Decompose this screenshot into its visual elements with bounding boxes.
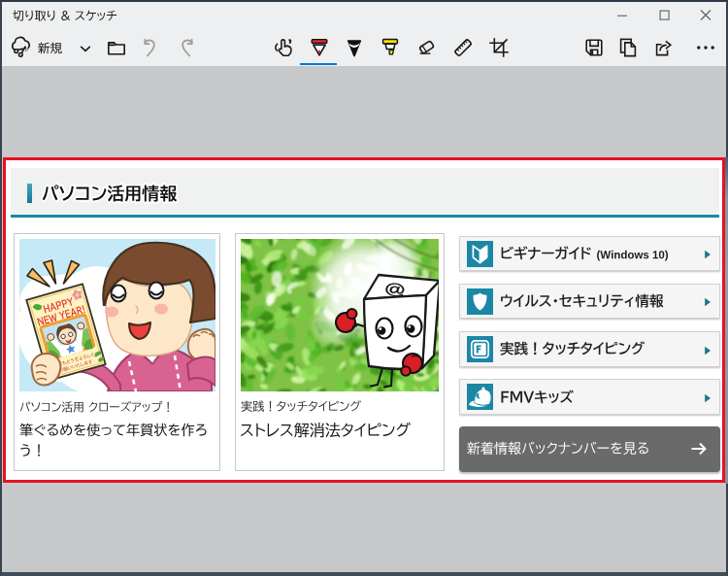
card-category <box>241 398 363 415</box>
link-label <box>500 339 646 358</box>
ballpoint-pen-icon[interactable] <box>307 35 332 60</box>
new-year-card-illustration <box>19 239 215 391</box>
maximize-button[interactable] <box>650 0 679 29</box>
ruler-icon[interactable] <box>450 35 476 60</box>
selected-tool-underline <box>300 63 337 66</box>
archive-arrow-icon <box>691 442 707 456</box>
highlighter-icon[interactable] <box>378 35 403 60</box>
keyboard-f-key-icon <box>467 336 493 362</box>
link-arrow-icon <box>704 250 711 259</box>
link-arrow-icon <box>704 297 711 307</box>
link-label <box>500 291 665 311</box>
kids-cap-icon <box>467 384 493 410</box>
window-title <box>13 8 118 24</box>
maximize-icon <box>650 0 679 31</box>
pencil-icon[interactable] <box>342 35 367 60</box>
link-label <box>500 388 575 407</box>
save-icon[interactable] <box>581 35 607 60</box>
new-snip-icon <box>10 35 35 60</box>
card-category <box>19 399 176 416</box>
share-icon[interactable] <box>651 35 677 60</box>
redo-icon[interactable] <box>173 35 198 60</box>
more-options-icon[interactable] <box>693 35 718 60</box>
card-title-line <box>240 420 413 441</box>
security-shield-icon <box>467 288 493 315</box>
beginner-book-icon <box>467 241 493 267</box>
page-header-underline <box>11 215 719 218</box>
copy-icon[interactable] <box>615 35 641 60</box>
image-crop-icon[interactable] <box>486 35 512 60</box>
open-file-icon[interactable] <box>104 35 129 60</box>
chevron-down-icon <box>73 36 98 61</box>
undo-icon[interactable] <box>139 35 164 60</box>
page-title <box>42 182 179 206</box>
card-title-line <box>19 441 48 460</box>
link-arrow-icon <box>704 346 711 356</box>
eraser-icon[interactable] <box>414 35 440 60</box>
green-leaves-mascot-photo <box>241 239 439 391</box>
minimize-icon <box>608 0 637 31</box>
link-arrow-icon <box>704 393 711 403</box>
card-title-line <box>19 421 210 440</box>
snip-sketch-window: 切り取り & スケッチ 新規 パソコン活用情報 パソコン活用 クローズアップ！ … <box>0 0 728 576</box>
touch-writing-icon[interactable] <box>271 35 296 60</box>
new-snip-label <box>38 40 64 57</box>
archive-label <box>467 439 651 458</box>
link-label <box>500 244 679 263</box>
page-header-accent <box>27 184 32 203</box>
minimize-button[interactable] <box>608 0 637 29</box>
close-button[interactable] <box>691 0 720 29</box>
close-icon <box>691 0 720 31</box>
link-button[interactable] <box>459 379 720 415</box>
